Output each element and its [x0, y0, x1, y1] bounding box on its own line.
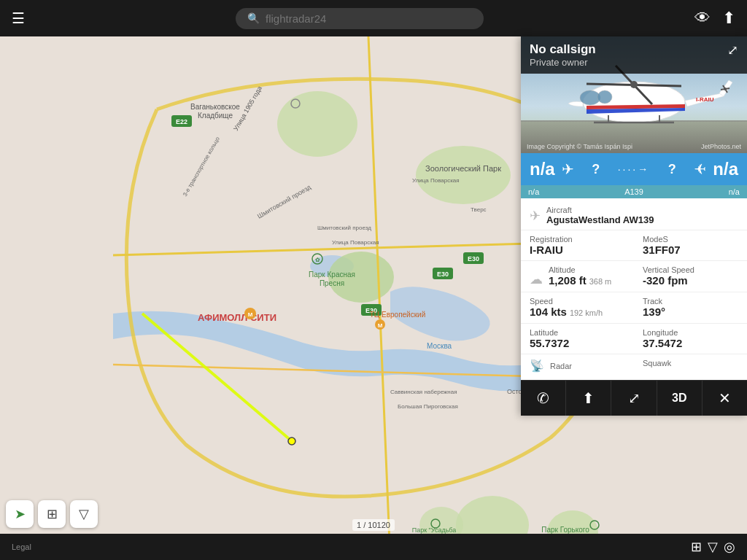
share-action-button[interactable]: ⬆ [566, 381, 611, 416]
topbar: ☰ 🔍 👁 ⬆ [0, 0, 747, 36]
callsign-title: No callsign [530, 42, 596, 57]
question-mark-left: ? [592, 162, 600, 177]
vertical-speed-cell: Vertical Speed -320 fpm [634, 261, 747, 292]
close-icon: ✕ [719, 389, 731, 407]
squawk-label: Squawk [643, 359, 738, 368]
status-left: n/a [528, 187, 539, 196]
track-label: Track [643, 297, 738, 306]
scale-indicator: 1 / 10120 [352, 519, 395, 531]
modes-cell: ModeS 31FF07 [634, 230, 747, 260]
route-dots: ····→ [618, 163, 651, 175]
svg-text:ТЦ Европейский: ТЦ Европейский [370, 311, 426, 319]
registration-value: I-RAIU [530, 244, 625, 256]
radar-label: Radar [550, 362, 572, 370]
phone-icon: ✆ [537, 389, 549, 407]
question-mark-right: ? [668, 162, 676, 177]
status-bar: n/a A139 n/a [521, 185, 747, 198]
filter-button[interactable]: ▽ [708, 539, 718, 555]
svg-text:М: М [378, 322, 383, 329]
photo-credit: Image Copyright © Tamás Ispán Ispi JetPh… [527, 143, 741, 150]
svg-text:М: М [248, 311, 253, 318]
search-icon: 🔍 [247, 12, 260, 24]
registration-label: Registration [530, 235, 625, 244]
photo-credit-left: Image Copyright © Tamás Ispán Ispi [527, 143, 632, 150]
layers-button[interactable]: ⊞ [691, 539, 702, 555]
binoculars-button[interactable]: 👁 [694, 9, 711, 28]
layers-tool-button[interactable]: ⊞ [38, 500, 66, 528]
search-input[interactable] [266, 12, 472, 25]
svg-text:Большая Пироговская: Большая Пироговская [398, 403, 458, 410]
longitude-label: Longitude [643, 328, 738, 337]
action-bar: ✆ ⬆ ⤢ 3D ✕ [521, 380, 747, 416]
longitude-value: 37.5472 [643, 337, 738, 349]
svg-text:Парк Красная: Парк Красная [309, 271, 355, 279]
radar-cell: 📡 Radar [521, 354, 634, 377]
svg-text:✿: ✿ [315, 257, 320, 263]
svg-point-72 [597, 90, 612, 104]
squawk-cell: Squawk [634, 354, 747, 377]
vertical-speed-value: -320 fpm [643, 274, 738, 287]
phone-button[interactable]: ✆ [521, 381, 566, 416]
3d-icon: 3D [672, 392, 686, 405]
location-button[interactable]: ◎ [724, 539, 735, 555]
navigate-button[interactable]: ➤ [6, 500, 34, 528]
svg-text:Парк Горького: Парк Горького [541, 526, 589, 534]
svg-text:E30: E30 [437, 271, 449, 278]
aircraft-code-badge: A139 [624, 187, 643, 196]
vertical-speed-label: Vertical Speed [643, 265, 738, 274]
svg-text:Улица Поварская: Улица Поварская [412, 177, 460, 184]
latitude-cell: Latitude 55.7372 [521, 324, 634, 354]
fullscreen-icon: ⤢ [628, 389, 640, 407]
svg-point-71 [580, 90, 600, 105]
svg-text:Шмитовский проезд: Шмитовский проезд [317, 225, 371, 231]
track-value: 139° [643, 306, 738, 318]
search-bar[interactable]: 🔍 [236, 8, 484, 29]
svg-point-3 [416, 146, 511, 204]
legal-text[interactable]: Legal [12, 542, 31, 551]
svg-text:E22: E22 [176, 118, 187, 125]
svg-text:АФИМОЛЛ СИТИ: АФИМОЛЛ СИТИ [198, 312, 276, 323]
share-action-icon: ⬆ [582, 389, 595, 407]
svg-point-2 [277, 91, 357, 157]
menu-button[interactable]: ☰ [12, 9, 25, 27]
aircraft-icon-right: ✈ [694, 160, 706, 178]
bottombar: Legal ⊞ ▽ ◎ [0, 534, 747, 560]
modes-value: 31FF07 [643, 244, 738, 256]
speed-row: Speed 104 kts192 km/h Track 139° [521, 292, 747, 324]
speed-label: Speed [530, 297, 625, 306]
svg-text:Саввинская набережная: Саввинская набережная [390, 389, 457, 395]
expand-button[interactable]: ⤢ [727, 42, 738, 58]
cloud-icon: ☁ [530, 271, 543, 287]
svg-text:Тверс: Тверс [471, 206, 487, 213]
status-right: n/a [729, 187, 740, 196]
altitude-metric: 368 m [589, 277, 612, 286]
share-button[interactable]: ⬆ [722, 9, 735, 28]
svg-text:I-RAIU: I-RAIU [696, 96, 714, 103]
route-to-code: n/a [713, 159, 738, 179]
speed-cell: Speed 104 kts192 km/h [521, 292, 634, 323]
close-panel-button[interactable]: ✕ [703, 381, 747, 416]
svg-point-78 [724, 88, 727, 90]
registration-row: Registration I-RAIU ModeS 31FF07 [521, 230, 747, 261]
3d-button[interactable]: 3D [657, 381, 703, 416]
altitude-row: ☁ Altitude 1,208 ft368 m Vertical Speed … [521, 261, 747, 292]
coords-row: Latitude 55.7372 Longitude 37.5472 [521, 324, 747, 354]
track-cell: Track 139° [634, 292, 747, 323]
map-controls: ⊞ ▽ ◎ [691, 539, 735, 555]
callsign-info: No callsign Private owner [530, 42, 596, 68]
owner-subtitle: Private owner [530, 57, 596, 68]
radar-row: 📡 Radar Squawk [521, 354, 747, 377]
fullscreen-button[interactable]: ⤢ [611, 381, 657, 416]
registration-cell: Registration I-RAIU [521, 230, 634, 260]
map-tools: ➤ ⊞ ▽ [6, 500, 98, 528]
longitude-cell: Longitude 37.5472 [634, 324, 747, 354]
topbar-right-icons: 👁 ⬆ [694, 9, 735, 28]
altitude-label: Altitude [549, 265, 611, 274]
svg-point-65 [288, 438, 295, 445]
aircraft-model-value: AgustaWestland AW139 [546, 214, 654, 225]
latitude-label: Latitude [530, 328, 625, 337]
svg-text:Москва: Москва [427, 342, 452, 350]
filter-tool-button[interactable]: ▽ [70, 500, 98, 528]
svg-text:Кладбище: Кладбище [198, 112, 233, 120]
route-from: n/a [530, 159, 555, 179]
